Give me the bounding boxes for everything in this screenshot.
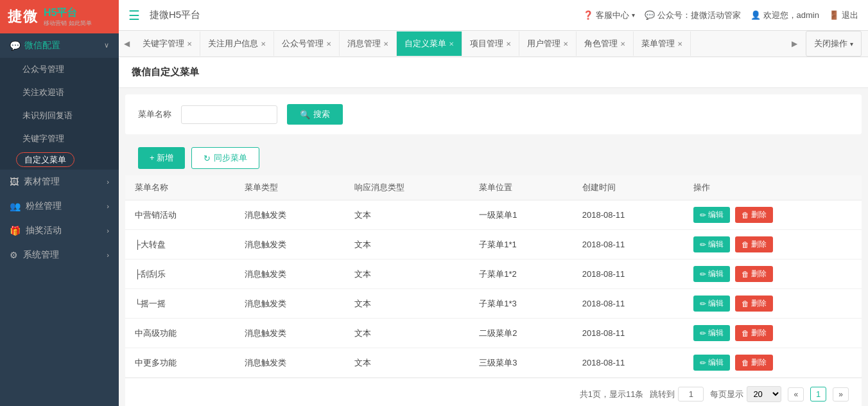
close-actions-arrow-icon: ▾ bbox=[850, 40, 853, 48]
prev-page-button[interactable]: « bbox=[788, 387, 804, 402]
sucai-arrow-icon: › bbox=[107, 178, 109, 186]
cell-type: 消息触发类 bbox=[235, 260, 345, 289]
cell-created: 2018-08-11 bbox=[573, 319, 684, 348]
sidebar-item-guanzhu[interactable]: 关注欢迎语 bbox=[0, 81, 119, 104]
search-label: 菜单名称 bbox=[138, 109, 171, 120]
sidebar: 捷微 H5平台 移动营销 如此简单 💬 微信配置 ∨ 公众号管理 关注欢迎语 未… bbox=[0, 0, 119, 406]
cell-name: 中营销活动 bbox=[125, 200, 235, 230]
platform-title: 捷微H5平台 bbox=[150, 9, 200, 21]
delete-button-4[interactable]: 🗑 删除 bbox=[735, 325, 773, 341]
edit-icon-5: ✏ bbox=[700, 358, 706, 367]
sidebar-item-weishi[interactable]: 未识别回复语 bbox=[0, 104, 119, 127]
sync-button[interactable]: ↻ 同步菜单 bbox=[191, 147, 259, 169]
user-link[interactable]: 👤 欢迎您，admin bbox=[751, 10, 819, 21]
edit-button-2[interactable]: ✏ 编辑 bbox=[693, 266, 730, 282]
edit-button-0[interactable]: ✏ 编辑 bbox=[693, 207, 730, 223]
tab-caidan[interactable]: 菜单管理 ✕ bbox=[634, 31, 691, 56]
cell-name: 中更多功能 bbox=[125, 348, 235, 378]
tab-close-guanjianzi[interactable]: ✕ bbox=[187, 40, 192, 48]
tab-yonghu[interactable]: 用户管理 ✕ bbox=[519, 31, 577, 56]
edit-button-5[interactable]: ✏ 编辑 bbox=[693, 355, 730, 371]
cell-response: 文本 bbox=[345, 289, 469, 319]
sidebar-item-guanjianzi[interactable]: 关键字管理 bbox=[0, 127, 119, 150]
sidebar-item-choujiang[interactable]: 🎁 抽奖活动 › bbox=[0, 218, 119, 243]
delete-button-5[interactable]: 🗑 删除 bbox=[735, 355, 773, 371]
tab-close-xiangmu[interactable]: ✕ bbox=[506, 40, 511, 48]
cell-response: 文本 bbox=[345, 230, 469, 260]
sidebar-item-zidingyi[interactable]: 自定义菜单 bbox=[0, 150, 119, 170]
hamburger-icon[interactable]: ☰ bbox=[128, 8, 140, 23]
help-icon: ❓ bbox=[583, 10, 593, 20]
wechat-link[interactable]: 💬 公众号：捷微活动管家 bbox=[645, 10, 741, 21]
edit-button-4[interactable]: ✏ 编辑 bbox=[693, 325, 730, 341]
tab-zidingyi[interactable]: 自定义菜单 ✕ bbox=[397, 31, 462, 56]
cell-actions: ✏ 编辑 🗑 删除 bbox=[684, 289, 862, 319]
cell-name: └摇一摇 bbox=[125, 289, 235, 319]
delete-button-3[interactable]: 🗑 删除 bbox=[735, 296, 773, 312]
nav-next-arrow[interactable]: ▶ bbox=[786, 33, 803, 55]
search-icon: 🔍 bbox=[300, 110, 310, 119]
edit-icon-2: ✏ bbox=[700, 270, 706, 279]
cell-position: 一级菜单1 bbox=[469, 200, 573, 230]
table-row: 中更多功能 消息触发类 文本 三级菜单3 2018-08-11 ✏ 编辑 🗑 删… bbox=[125, 348, 862, 378]
logo-area: 捷微 H5平台 移动营销 如此简单 bbox=[0, 0, 119, 33]
tab-close-zidingyi[interactable]: ✕ bbox=[449, 40, 454, 48]
choujiang-arrow-icon: › bbox=[107, 227, 109, 234]
delete-button-1[interactable]: 🗑 删除 bbox=[735, 236, 773, 252]
main-content: ☰ 捷微H5平台 ❓ 客服中心 ▾ 💬 公众号：捷微活动管家 👤 欢迎您，adm… bbox=[119, 0, 868, 406]
table-container: 菜单名称 菜单类型 响应消息类型 菜单位置 创建时间 操作 中营销活动 消息触发… bbox=[125, 175, 862, 378]
tab-close-guanzhu[interactable]: ✕ bbox=[261, 40, 266, 48]
menu-table: 菜单名称 菜单类型 响应消息类型 菜单位置 创建时间 操作 中营销活动 消息触发… bbox=[125, 175, 862, 378]
add-button[interactable]: + 新增 bbox=[138, 147, 185, 169]
col-created: 创建时间 bbox=[573, 175, 684, 200]
tab-juese[interactable]: 角色管理 ✕ bbox=[577, 31, 634, 56]
delete-button-0[interactable]: 🗑 删除 bbox=[735, 207, 773, 223]
table-row: 中营销活动 消息触发类 文本 一级菜单1 2018-08-11 ✏ 编辑 🗑 删… bbox=[125, 200, 862, 230]
delete-icon-4: 🗑 bbox=[742, 329, 749, 338]
cell-type: 消息触发类 bbox=[235, 348, 345, 378]
sidebar-item-gongzhonghao[interactable]: 公众号管理 bbox=[0, 58, 119, 81]
tab-close-yonghu[interactable]: ✕ bbox=[563, 40, 568, 48]
close-actions-tab[interactable]: 关闭操作 ▾ bbox=[806, 31, 862, 57]
tab-guanzhu[interactable]: 关注用户信息 ✕ bbox=[200, 31, 274, 56]
tab-xiaoxiguanli[interactable]: 消息管理 ✕ bbox=[340, 31, 397, 56]
sidebar-item-sucai[interactable]: 🖼 素材管理 › bbox=[0, 170, 119, 194]
sidebar-item-xitong[interactable]: ⚙ 系统管理 › bbox=[0, 243, 119, 267]
search-button[interactable]: 🔍 搜索 bbox=[287, 104, 343, 125]
tab-guanjianzi[interactable]: 关键字管理 ✕ bbox=[135, 31, 200, 56]
page-jump-input[interactable] bbox=[678, 387, 704, 402]
fensi-arrow-icon: › bbox=[107, 202, 109, 210]
tab-close-caidan[interactable]: ✕ bbox=[677, 40, 682, 48]
cell-created: 2018-08-11 bbox=[573, 348, 684, 378]
cell-position: 子菜单1*1 bbox=[469, 230, 573, 260]
logo-text: 捷微 bbox=[8, 7, 39, 26]
delete-button-2[interactable]: 🗑 删除 bbox=[735, 266, 773, 282]
topbar: ☰ 捷微H5平台 ❓ 客服中心 ▾ 💬 公众号：捷微活动管家 👤 欢迎您，adm… bbox=[119, 0, 868, 31]
nav-prev-arrow[interactable]: ◀ bbox=[119, 33, 135, 55]
tab-xiangmu[interactable]: 项目管理 ✕ bbox=[462, 31, 519, 56]
logo-sub: H5平台 移动营销 如此简单 bbox=[44, 6, 92, 27]
cell-actions: ✏ 编辑 🗑 删除 bbox=[684, 230, 862, 260]
navtabs: ◀ 关键字管理 ✕ 关注用户信息 ✕ 公众号管理 ✕ 消息管理 ✕ 自定义菜单 … bbox=[119, 31, 868, 57]
cell-created: 2018-08-11 bbox=[573, 289, 684, 319]
cell-actions: ✏ 编辑 🗑 删除 bbox=[684, 260, 862, 289]
logout-link[interactable]: 🚪 退出 bbox=[829, 10, 858, 21]
tab-close-xiaoxiguanli[interactable]: ✕ bbox=[383, 40, 388, 48]
table-body: 中营销活动 消息触发类 文本 一级菜单1 2018-08-11 ✏ 编辑 🗑 删… bbox=[125, 200, 862, 378]
next-page-button[interactable]: » bbox=[833, 387, 849, 402]
tab-close-juese[interactable]: ✕ bbox=[620, 40, 625, 48]
help-link[interactable]: ❓ 客服中心 ▾ bbox=[583, 10, 635, 21]
cell-position: 二级菜单2 bbox=[469, 319, 573, 348]
tab-close-gongzhonghao[interactable]: ✕ bbox=[326, 40, 331, 48]
table-row: ├大转盘 消息触发类 文本 子菜单1*1 2018-08-11 ✏ 编辑 🗑 删… bbox=[125, 230, 862, 260]
edit-button-3[interactable]: ✏ 编辑 bbox=[693, 296, 730, 312]
tab-gongzhonghao[interactable]: 公众号管理 ✕ bbox=[274, 31, 340, 56]
sidebar-item-fensi[interactable]: 👥 粉丝管理 › bbox=[0, 194, 119, 218]
cell-position: 子菜单1*3 bbox=[469, 289, 573, 319]
sidebar-section-header-wechat[interactable]: 💬 微信配置 ∨ bbox=[0, 33, 119, 58]
cell-type: 消息触发类 bbox=[235, 319, 345, 348]
edit-button-1[interactable]: ✏ 编辑 bbox=[693, 236, 730, 252]
delete-icon-0: 🗑 bbox=[742, 211, 749, 220]
page-size-select[interactable]: 10 20 50 100 bbox=[747, 386, 781, 402]
search-input[interactable] bbox=[181, 105, 277, 124]
